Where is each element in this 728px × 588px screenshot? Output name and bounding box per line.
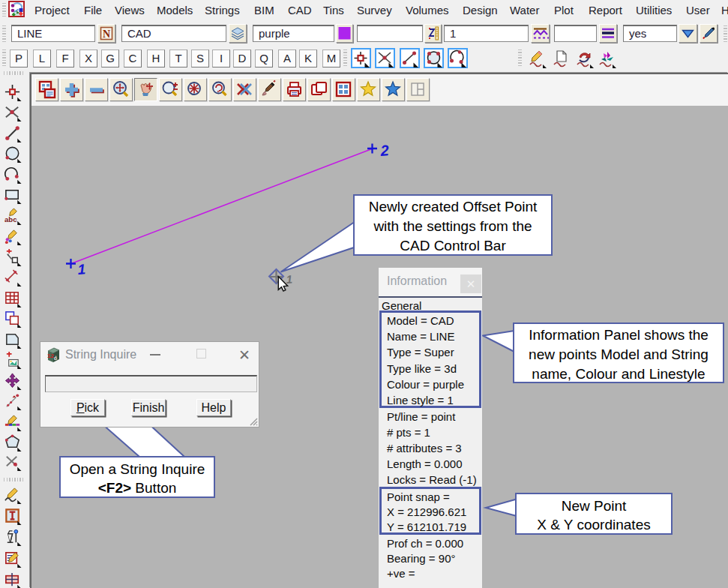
svg-text:abc: abc	[4, 215, 17, 224]
svg-text:N: N	[103, 28, 110, 40]
